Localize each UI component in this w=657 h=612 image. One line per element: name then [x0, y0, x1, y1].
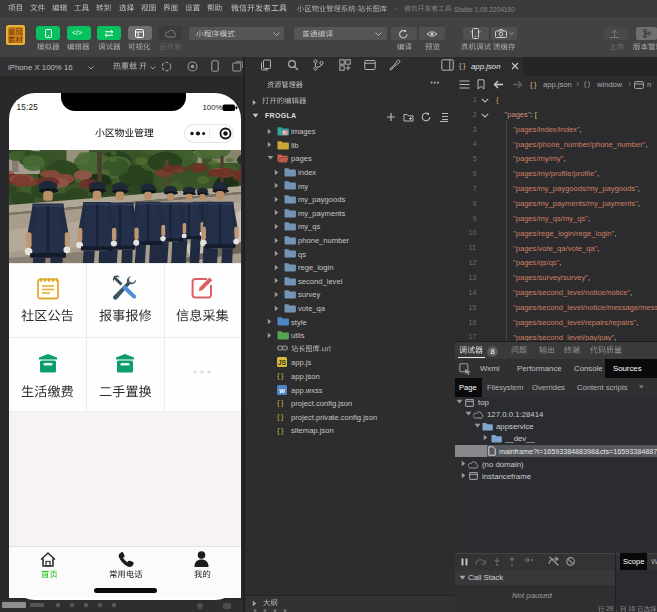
svg-text:8: 8 — [490, 347, 494, 356]
svg-text:JS: JS — [278, 359, 287, 366]
svg-text:W: W — [279, 387, 285, 393]
